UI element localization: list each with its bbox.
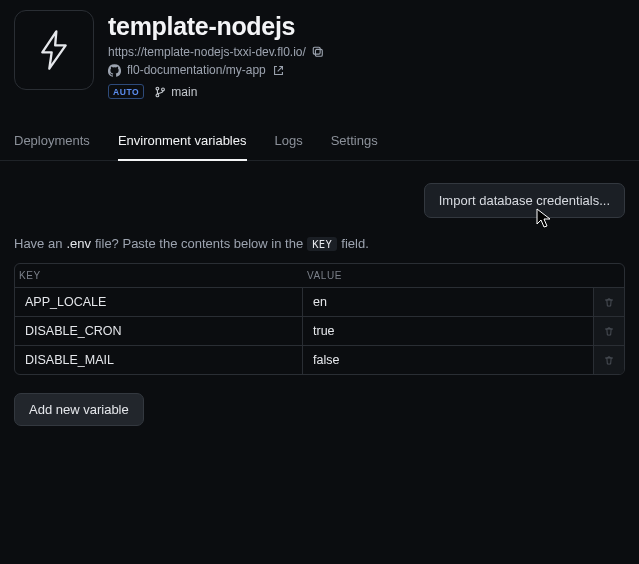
bolt-icon bbox=[40, 30, 68, 70]
env-var-table: KEY VALUE APP_LOCALE en DISABLE_CRON tru… bbox=[14, 263, 625, 375]
auto-badge: AUTO bbox=[108, 84, 144, 99]
content-area: Import database credentials... Have an .… bbox=[0, 161, 639, 448]
delete-row-button[interactable] bbox=[594, 317, 624, 345]
env-key-cell[interactable]: APP_LOCALE bbox=[15, 288, 303, 316]
env-value-cell[interactable]: false bbox=[303, 346, 594, 374]
table-row: DISABLE_CRON true bbox=[15, 316, 624, 345]
svg-point-2 bbox=[156, 87, 159, 90]
badge-row: AUTO main bbox=[108, 84, 325, 99]
app-url-link[interactable]: https://template-nodejs-txxi-dev.fl0.io/ bbox=[108, 45, 306, 59]
header-key: KEY bbox=[15, 264, 303, 287]
trash-icon bbox=[604, 296, 614, 309]
tab-environment-variables[interactable]: Environment variables bbox=[118, 125, 247, 160]
tab-settings[interactable]: Settings bbox=[331, 125, 378, 160]
table-row: DISABLE_MAIL false bbox=[15, 345, 624, 374]
env-key-cell[interactable]: DISABLE_CRON bbox=[15, 317, 303, 345]
svg-rect-0 bbox=[316, 49, 323, 56]
external-link-icon[interactable] bbox=[272, 64, 285, 77]
svg-rect-1 bbox=[314, 47, 321, 54]
repo-row: fl0-documentation/my-app bbox=[108, 63, 325, 77]
github-icon bbox=[108, 64, 121, 77]
page-title: template-nodejs bbox=[108, 12, 325, 41]
svg-point-3 bbox=[156, 94, 159, 97]
git-branch-icon bbox=[154, 86, 166, 98]
hint-text: Have an bbox=[14, 236, 62, 251]
delete-row-button[interactable] bbox=[594, 288, 624, 316]
table-row: APP_LOCALE en bbox=[15, 287, 624, 316]
app-url-row: https://template-nodejs-txxi-dev.fl0.io/ bbox=[108, 45, 325, 59]
env-value-cell[interactable]: en bbox=[303, 288, 594, 316]
hint-text: field. bbox=[341, 236, 368, 251]
tab-logs[interactable]: Logs bbox=[275, 125, 303, 160]
env-key-cell[interactable]: DISABLE_MAIL bbox=[15, 346, 303, 374]
branch-name: main bbox=[171, 85, 197, 99]
hint-key-chip: KEY bbox=[307, 237, 337, 251]
copy-icon[interactable] bbox=[312, 46, 325, 59]
header-value: VALUE bbox=[303, 264, 624, 287]
branch-indicator: main bbox=[154, 85, 197, 99]
delete-row-button[interactable] bbox=[594, 346, 624, 374]
tabs: Deployments Environment variables Logs S… bbox=[0, 125, 639, 161]
svg-point-4 bbox=[162, 88, 165, 91]
table-header: KEY VALUE bbox=[15, 264, 624, 287]
import-row: Import database credentials... bbox=[14, 183, 625, 218]
header-info: template-nodejs https://template-nodejs-… bbox=[108, 10, 325, 99]
import-database-credentials-button[interactable]: Import database credentials... bbox=[424, 183, 625, 218]
add-new-variable-button[interactable]: Add new variable bbox=[14, 393, 144, 426]
tab-deployments[interactable]: Deployments bbox=[14, 125, 90, 160]
env-value-cell[interactable]: true bbox=[303, 317, 594, 345]
hint-env-filename: .env bbox=[66, 236, 91, 251]
trash-icon bbox=[604, 354, 614, 367]
app-icon bbox=[14, 10, 94, 90]
hint-text: file? Paste the contents below in the bbox=[95, 236, 303, 251]
trash-icon bbox=[604, 325, 614, 338]
repo-link[interactable]: fl0-documentation/my-app bbox=[127, 63, 266, 77]
env-hint: Have an .env file? Paste the contents be… bbox=[14, 236, 625, 251]
app-header: template-nodejs https://template-nodejs-… bbox=[0, 0, 639, 109]
